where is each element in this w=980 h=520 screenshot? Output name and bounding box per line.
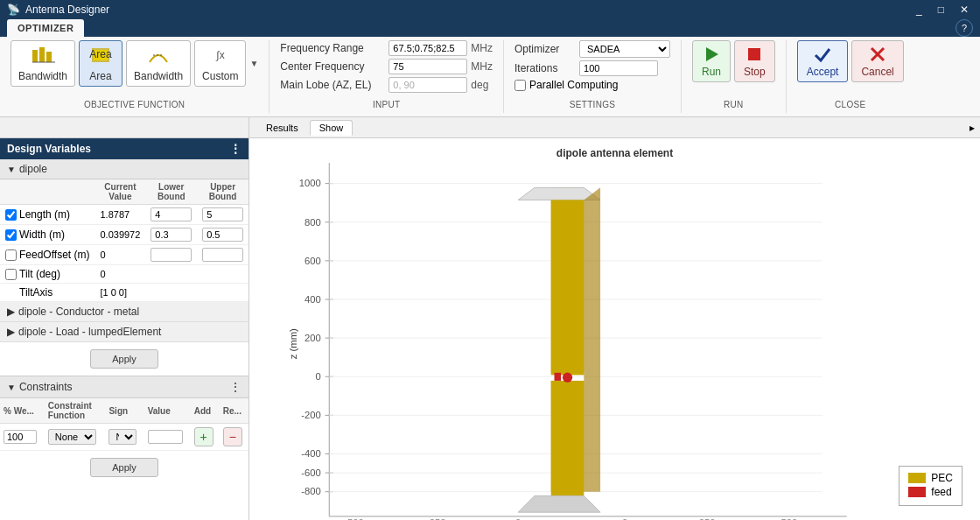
input-fields: Frequency Range MHz Center Frequency MHz… — [280, 40, 493, 93]
constraints-section: ▼ Constraints ⋮ % We... ConstraintFuncti… — [0, 376, 248, 484]
area-button[interactable]: Area Area — [79, 40, 122, 87]
settings-fields: Optimizer SADEA Genetic Pattern Search I… — [514, 40, 670, 91]
width-label: Width (m) — [19, 228, 65, 241]
conductor-subsection[interactable]: ▶ dipole - Conductor - metal — [0, 302, 248, 322]
objective-dropdown[interactable]: ▼ — [249, 59, 258, 68]
load-label: dipole - Load - lumpedElement — [18, 326, 161, 338]
settings-section-label: SETTINGS — [570, 96, 615, 109]
accept-button[interactable]: Accept — [797, 40, 849, 82]
col-variable — [0, 179, 94, 205]
remove-constraint-button[interactable]: − — [223, 427, 242, 446]
tab-results[interactable]: Results — [256, 120, 308, 136]
table-row: Length (m) 1.8787 — [0, 205, 248, 225]
constraint-select[interactable]: None — [48, 429, 96, 445]
ribbon-tab-bar: OPTIMIZER ? — [0, 19, 980, 37]
right-panel: dipole antenna element z (mm) 1000 800 — [249, 138, 980, 520]
svg-text:∫x: ∫x — [215, 49, 224, 61]
close-button[interactable]: ✕ — [956, 2, 973, 18]
svg-text:-400: -400 — [301, 448, 321, 459]
cancel-button[interactable]: Cancel — [851, 40, 903, 82]
maximize-button[interactable]: □ — [934, 2, 948, 18]
width-lower-input[interactable] — [150, 228, 192, 242]
dropdown-arrow-icon: ▼ — [249, 59, 258, 68]
design-variables-header: Design Variables ⋮ — [0, 138, 248, 159]
freq-range-label: Frequency Range — [280, 42, 385, 54]
svg-text:400: 400 — [304, 294, 321, 305]
load-subsection[interactable]: ▶ dipole - Load - lumpedElement — [0, 322, 248, 342]
bandwidth-label: Bandwidth — [18, 70, 67, 82]
stop-button[interactable]: Stop — [734, 40, 775, 82]
feedoffset-label: FeedOffset (m) — [19, 249, 89, 261]
parallel-computing-checkbox[interactable] — [514, 80, 526, 91]
constraints-header[interactable]: ▼ Constraints ⋮ — [0, 376, 248, 398]
help-button[interactable]: ? — [956, 19, 973, 37]
feedoffset-current: 0 — [94, 245, 145, 265]
z-axis-label: z (mm) — [288, 328, 298, 359]
custom-button[interactable]: ∫x Custom — [194, 40, 246, 87]
length-upper-input[interactable] — [202, 207, 243, 221]
ribbon-section-settings: Optimizer SADEA Genetic Pattern Search I… — [511, 40, 682, 113]
run-button[interactable]: Run — [692, 40, 731, 82]
conductor-label: dipole - Conductor - metal — [18, 306, 139, 318]
dipole-section-header[interactable]: ▼ dipole — [0, 159, 248, 179]
parallel-computing-row: Parallel Computing — [514, 79, 618, 91]
feedoffset-lower-input[interactable] — [150, 248, 192, 262]
dipole-section-label: dipole — [19, 163, 47, 175]
left-panel: Design Variables ⋮ ▼ dipole CurrentValue… — [0, 138, 249, 520]
tilt-checkbox[interactable] — [5, 269, 17, 280]
optimizer-select[interactable]: SADEA Genetic Pattern Search — [579, 40, 670, 58]
feed-marker — [555, 373, 562, 381]
dipole-arrow-icon: ▼ — [7, 165, 16, 174]
ribbon-section-input: Frequency Range MHz Center Frequency MHz… — [276, 40, 504, 113]
add-constraint-button[interactable]: + — [194, 427, 214, 446]
run-icon — [702, 45, 721, 64]
tab-optimizer[interactable]: OPTIMIZER — [7, 19, 84, 37]
feedoffset-upper-input[interactable] — [202, 248, 243, 262]
tab-show[interactable]: Show — [310, 120, 354, 136]
value-input[interactable] — [148, 430, 183, 444]
svg-text:-200: -200 — [301, 410, 321, 420]
dv-table-header: CurrentValue LowerBound UpperBound — [0, 179, 248, 205]
legend: PEC feed — [899, 466, 962, 506]
custom-icon: ∫x — [208, 45, 233, 68]
panel-menu-icon[interactable]: ⋮ — [229, 142, 242, 156]
tilt-label: Tilt (deg) — [19, 268, 60, 280]
bandwidth-button[interactable]: Bandwidth — [10, 40, 75, 87]
col-value: Value — [144, 398, 191, 424]
input-section-label: INPUT — [373, 96, 401, 109]
iterations-input[interactable] — [579, 60, 658, 76]
panel-collapse-icon[interactable]: ▸ — [970, 122, 980, 134]
feedoffset-checkbox[interactable] — [5, 249, 17, 261]
bandwidth2-button[interactable]: Bandwidth — [126, 40, 191, 87]
sign-select[interactable]: N < > = — [108, 429, 136, 445]
pec-lower-front — [551, 381, 584, 492]
center-freq-row: Center Frequency MHz — [280, 59, 493, 74]
minimize-button[interactable]: _ — [912, 2, 927, 18]
length-checkbox[interactable] — [5, 209, 17, 221]
dv-apply-button[interactable]: Apply — [90, 349, 158, 369]
col-current: CurrentValue — [94, 179, 145, 205]
run-label: Run — [702, 66, 721, 78]
width-upper-input[interactable] — [202, 228, 243, 242]
constraints-table-header: % We... ConstraintFunction Sign Value Ad… — [0, 398, 248, 424]
accept-icon — [813, 45, 832, 64]
cancel-label: Cancel — [861, 66, 893, 78]
run-section-label: RUN — [724, 96, 744, 109]
sub-tabs: Results Show — [249, 120, 360, 136]
tiltaxis-current: [1 0 0] — [94, 284, 145, 302]
feed-dot — [563, 373, 572, 383]
constraints-menu-icon[interactable]: ⋮ — [229, 380, 242, 394]
constraints-apply-button[interactable]: Apply — [90, 458, 158, 477]
center-freq-input[interactable] — [388, 59, 467, 74]
main-lobe-input[interactable] — [388, 77, 467, 93]
width-checkbox[interactable] — [5, 229, 17, 241]
table-row: Width (m) 0.039972 — [0, 225, 248, 245]
weight-input[interactable] — [4, 430, 37, 444]
col-lower: LowerBound — [145, 179, 197, 205]
table-row: TiltAxis [1 0 0] — [0, 284, 248, 302]
table-row: None N < > = + — [0, 424, 248, 451]
length-lower-input[interactable] — [150, 207, 192, 221]
freq-range-row: Frequency Range MHz — [280, 40, 493, 56]
freq-range-input[interactable] — [388, 40, 467, 56]
width-current: 0.039972 — [94, 225, 145, 245]
